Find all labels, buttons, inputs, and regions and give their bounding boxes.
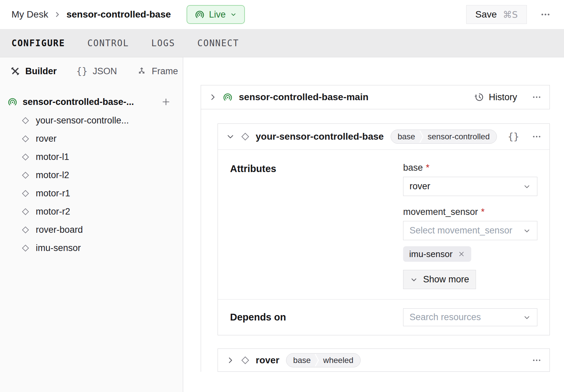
depends-on-select[interactable]: Search resources (403, 308, 537, 326)
resource-tree: sensor-controlled-base-... your-sensor-c… (0, 85, 183, 257)
tree-item[interactable]: motor-l2 (7, 166, 183, 184)
history-clock-icon (474, 92, 484, 102)
page-title: sensor-controlled-base (66, 9, 171, 20)
depends-on-placeholder: Search resources (410, 312, 481, 323)
tree-item[interactable]: your-sensor-controlle... (7, 111, 183, 130)
view-frame[interactable]: Frame (137, 66, 178, 77)
view-json[interactable]: {} JSON (76, 66, 117, 77)
depends-on-section: Depends on Search resources (218, 300, 549, 335)
config-main: sensor-controlled-base-main History (183, 57, 564, 392)
save-shortcut: ⌘S (503, 9, 518, 20)
tools-icon (10, 66, 20, 76)
view-switcher: Builder {} JSON Frame (0, 57, 183, 85)
view-builder-label: Builder (25, 66, 57, 77)
diamond-icon (21, 116, 30, 125)
badge-type: base (286, 356, 315, 365)
close-icon[interactable] (458, 250, 465, 258)
required-marker: * (481, 206, 485, 218)
save-label: Save (475, 9, 497, 20)
add-resource-button[interactable] (161, 97, 171, 107)
ellipsis-icon (532, 92, 541, 102)
plus-icon (161, 97, 171, 107)
diamond-icon (21, 225, 30, 234)
badge-type: base (391, 132, 419, 141)
part-children-group: your-sensor-controlled-base base sensor-… (201, 109, 564, 372)
topbar-actions: Save ⌘S (466, 5, 551, 24)
attributes-section: Attributes base* rover (218, 150, 549, 299)
tree-item-label: motor-l1 (36, 152, 69, 162)
view-frame-label: Frame (152, 66, 178, 77)
breadcrumb: My Desk sensor-controlled-base (11, 9, 171, 20)
live-label: Live (209, 9, 226, 20)
badge-model: wheeled (319, 356, 360, 365)
tree-item[interactable]: rover (7, 130, 183, 148)
live-status-dropdown[interactable]: Live (187, 5, 245, 24)
tree-root-machine[interactable]: sensor-controlled-base-... (7, 92, 183, 111)
radio-icon (7, 97, 18, 107)
tree-item-label: motor-r2 (36, 206, 70, 217)
depends-on-heading: Depends on (230, 312, 403, 323)
tree-item[interactable]: motor-r1 (7, 184, 183, 202)
movement-sensor-select[interactable]: Select movement_sensor (403, 221, 537, 240)
base-select-value: rover (410, 181, 430, 192)
show-more-button[interactable]: Show more (403, 270, 476, 289)
view-builder[interactable]: Builder (10, 66, 57, 77)
movement-sensor-placeholder: Select movement_sensor (410, 225, 512, 236)
tree-item-label: imu-sensor (36, 243, 81, 253)
badge-separator-chevron-icon (419, 130, 424, 143)
chevron-down-icon[interactable] (226, 132, 235, 141)
tree-item-label: rover-board (36, 225, 83, 235)
base-select[interactable]: rover (403, 177, 537, 196)
chevron-right-icon (54, 11, 61, 18)
show-more-label: Show more (423, 274, 469, 285)
component-menu-button[interactable] (532, 132, 541, 141)
diamond-icon (21, 207, 30, 216)
tab-configure[interactable]: CONFIGURE (11, 38, 65, 48)
field-label-base: base* (403, 162, 537, 173)
overflow-menu-button[interactable] (540, 9, 551, 20)
frame-axes-icon (137, 66, 147, 76)
chip-label: imu-sensor (409, 249, 453, 259)
attributes-heading: Attributes (230, 162, 403, 289)
diamond-icon (21, 244, 30, 253)
radio-icon (195, 9, 205, 20)
view-json-label: JSON (93, 66, 117, 77)
ellipsis-icon (540, 9, 551, 20)
tab-logs[interactable]: LOGS (151, 38, 175, 48)
save-button[interactable]: Save ⌘S (466, 5, 527, 24)
ellipsis-icon (532, 356, 541, 365)
breadcrumb-parent[interactable]: My Desk (11, 9, 48, 20)
tab-connect[interactable]: CONNECT (197, 38, 239, 48)
top-bar: My Desk sensor-controlled-base Live Save… (0, 0, 564, 29)
field-label-movement-sensor: movement_sensor* (403, 206, 537, 218)
tree-item-label: motor-r1 (36, 188, 70, 199)
config-sidebar: Builder {} JSON Frame (0, 57, 183, 392)
chevron-down-icon (523, 227, 531, 235)
ellipsis-icon (532, 132, 541, 141)
diamond-icon (21, 134, 30, 143)
tree-item[interactable]: motor-l1 (7, 148, 183, 166)
badge-separator-chevron-icon (315, 354, 319, 367)
history-button[interactable]: History (472, 92, 519, 103)
diamond-icon (240, 355, 250, 365)
component-type-badge: base sensor-controlled (391, 130, 497, 144)
component-card: your-sensor-controlled-base base sensor-… (218, 123, 550, 335)
machine-part-title: sensor-controlled-base-main (239, 92, 368, 103)
diamond-icon (21, 189, 30, 198)
tab-control[interactable]: CONTROL (87, 38, 129, 48)
rover-menu-button[interactable] (532, 356, 541, 365)
tab-bar: CONFIGURE CONTROL LOGS CONNECT (0, 29, 564, 57)
component-title: your-sensor-controlled-base (256, 131, 384, 142)
chevron-down-icon (230, 11, 237, 18)
machine-part-menu-button[interactable] (532, 92, 541, 102)
radio-icon (223, 92, 233, 102)
chevron-right-icon[interactable] (208, 93, 217, 102)
chevron-right-icon[interactable] (226, 356, 235, 365)
tree-item[interactable]: imu-sensor (7, 239, 183, 257)
diamond-icon (21, 152, 30, 162)
rover-card-title: rover (256, 355, 279, 366)
badge-model: sensor-controlled (424, 132, 497, 141)
tree-item[interactable]: motor-r2 (7, 202, 183, 221)
edit-json-button[interactable]: {} (508, 131, 519, 142)
tree-item[interactable]: rover-board (7, 221, 183, 239)
